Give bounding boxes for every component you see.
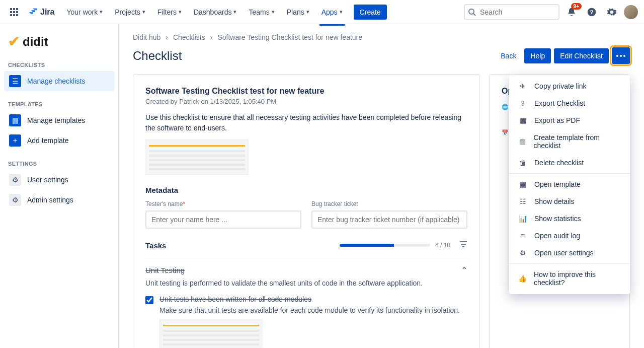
edit-checklist-button[interactable]: Edit Checklist [554, 48, 609, 63]
list-icon: ☰ [9, 75, 21, 87]
sidebar-user-settings[interactable]: ⚙ User settings [4, 170, 114, 190]
template-icon: ▤ [9, 114, 21, 126]
open-template-icon: ▣ [518, 180, 527, 188]
svg-rect-1 [13, 8, 15, 10]
collapse-icon[interactable]: ⌃ [461, 265, 467, 275]
notifications-icon[interactable]: 9+ [564, 4, 580, 20]
sidebar-add-template[interactable]: ＋ Add template [4, 130, 114, 151]
task-item: Unit tests have been written for all cod… [145, 295, 467, 348]
group-desc: Unit testing is performed to validate th… [145, 279, 467, 287]
menu-show-stats[interactable]: 📊Show statistics [509, 210, 630, 227]
menu-user-settings[interactable]: ⚙Open user settings [509, 244, 630, 261]
svg-point-14 [620, 55, 622, 57]
menu-audit-log[interactable]: ≡Open audit log [509, 227, 630, 244]
checklist-desc: Use this checklist to ensure that all ne… [145, 112, 467, 133]
checklist-title: Software Testing Checklist test for new … [145, 87, 467, 96]
progress-text: 6 / 10 [435, 242, 450, 249]
admin-settings-icon: ⚙ [9, 194, 21, 206]
app-switcher-icon[interactable] [6, 4, 22, 20]
svg-point-13 [616, 55, 618, 57]
search-input[interactable] [464, 4, 559, 20]
log-icon: ≡ [518, 232, 527, 240]
search-icon [468, 8, 476, 16]
globe-icon: 🌐 [502, 104, 509, 110]
task-title: Unit tests have been written for all cod… [159, 295, 460, 303]
filter-icon[interactable] [459, 241, 467, 250]
back-button[interactable]: Back [496, 49, 521, 63]
svg-rect-5 [16, 11, 18, 13]
menu-copy-link[interactable]: ✈Copy private link [509, 78, 630, 95]
user-settings-icon: ⚙ [9, 174, 21, 186]
jira-label: Jira [40, 8, 54, 17]
bug-label: Bug tracker ticket [311, 200, 467, 207]
svg-rect-3 [10, 11, 12, 13]
task-checkbox[interactable] [145, 296, 153, 304]
metadata-heading: Metadata [145, 186, 467, 194]
top-nav: Jira Your work▾ Projects▾ Filters▾ Dashb… [0, 0, 644, 24]
group-title: Unit Testing [145, 266, 185, 274]
main-content: Didit hub › Checklists › Software Testin… [119, 24, 644, 348]
menu-delete[interactable]: 🗑Delete checklist [509, 154, 630, 171]
section-settings: SETTINGS [4, 158, 114, 170]
calendar-icon: 📅 [502, 129, 509, 136]
brand-check-icon: ✔ [8, 33, 20, 50]
menu-open-template[interactable]: ▣Open template [509, 176, 630, 193]
sidebar: ✔ didit CHECKLISTS ☰ Manage checklists T… [0, 24, 119, 348]
progress-bar [340, 244, 430, 247]
sidebar-admin-settings[interactable]: ⚙ Admin settings [4, 190, 114, 210]
send-icon: ✈ [518, 82, 527, 90]
trash-icon: 🗑 [518, 159, 527, 167]
svg-rect-7 [13, 14, 15, 16]
menu-improve[interactable]: 👍How to improve this checklist? [509, 266, 630, 291]
crumb-hub[interactable]: Didit hub [133, 33, 160, 41]
help-icon[interactable]: ? [584, 4, 600, 20]
checklist-card: Software Testing Checklist test for new … [133, 74, 480, 348]
svg-point-15 [623, 55, 625, 57]
tester-label: Tester's name* [145, 200, 301, 207]
nav-your-work[interactable]: Your work▾ [62, 5, 107, 19]
nav-projects[interactable]: Projects▾ [111, 5, 149, 19]
search-box [464, 4, 559, 20]
menu-export-pdf[interactable]: ▦Export as PDF [509, 112, 630, 129]
settings-icon[interactable] [604, 4, 620, 20]
menu-create-template[interactable]: ▤Create template from checklist [509, 129, 630, 154]
more-icon [616, 55, 625, 57]
add-template-icon: ＋ [9, 134, 21, 147]
template-icon: ▤ [518, 137, 527, 146]
nav-dashboards[interactable]: Dashboards▾ [190, 5, 241, 19]
notif-badge: 9+ [571, 3, 582, 10]
user-avatar[interactable] [624, 5, 638, 19]
crumb-checklists[interactable]: Checklists [173, 33, 205, 41]
nav-teams[interactable]: Teams▾ [245, 5, 278, 19]
task-thumbnail [159, 319, 263, 348]
nav-apps[interactable]: Apps▾ [317, 5, 347, 19]
nav-filters[interactable]: Filters▾ [153, 5, 186, 19]
export-icon: ⇪ [518, 99, 527, 107]
nav-plans[interactable]: Plans▾ [283, 5, 313, 19]
section-templates: TEMPLATES [4, 98, 114, 110]
thumbs-up-icon: 👍 [518, 274, 527, 283]
tasks-heading: Tasks [145, 241, 166, 250]
more-actions-button[interactable] [612, 47, 630, 64]
crumb-current: Software Testing Checklist test for new … [217, 33, 362, 41]
help-button[interactable]: Help [524, 48, 551, 63]
sidebar-manage-templates[interactable]: ▤ Manage templates [4, 110, 114, 130]
details-icon: ☷ [518, 197, 527, 205]
breadcrumb: Didit hub › Checklists › Software Testin… [133, 33, 630, 41]
section-checklists: CHECKLISTS [4, 59, 114, 71]
task-group: Unit Testing ⌃ Unit testing is performed… [145, 258, 467, 348]
bug-input[interactable] [311, 211, 467, 229]
sidebar-manage-checklists[interactable]: ☰ Manage checklists [4, 71, 114, 91]
tester-input[interactable] [145, 211, 301, 229]
pdf-icon: ▦ [518, 116, 527, 124]
svg-point-9 [469, 9, 474, 14]
svg-rect-0 [10, 8, 12, 10]
create-button[interactable]: Create [354, 5, 387, 20]
jira-logo[interactable]: Jira [28, 7, 54, 17]
checklist-thumbnail [145, 140, 249, 175]
menu-show-details[interactable]: ☷Show details [509, 193, 630, 210]
stats-icon: 📊 [518, 215, 527, 223]
menu-export[interactable]: ⇪Export Checklist [509, 95, 630, 112]
svg-rect-2 [16, 8, 18, 10]
brand-logo: ✔ didit [8, 33, 110, 50]
